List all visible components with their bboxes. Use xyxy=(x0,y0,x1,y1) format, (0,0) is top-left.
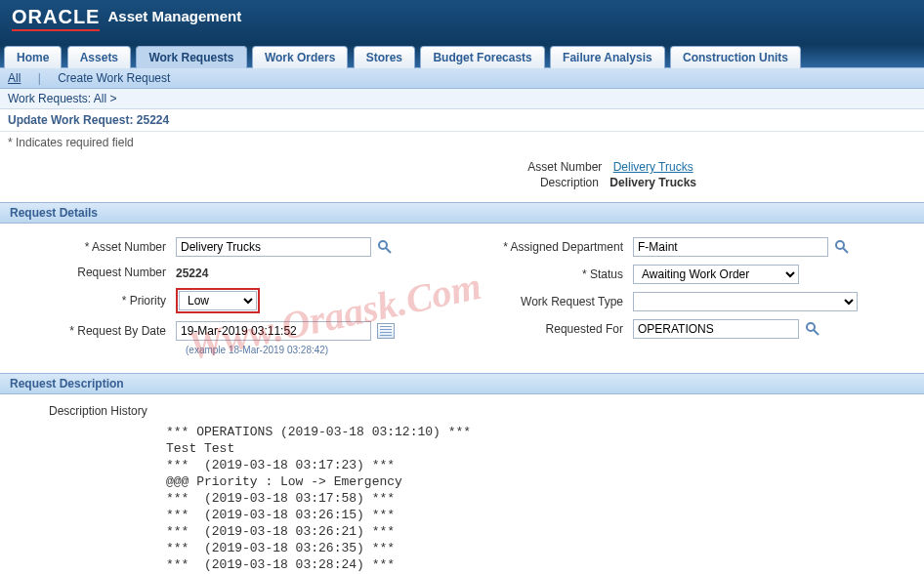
breadcrumb: Work Requests: All > xyxy=(0,89,924,109)
svg-point-0 xyxy=(379,241,387,249)
description-history-text: *** OPERATIONS (2019-03-18 03:12:10) ***… xyxy=(166,424,895,574)
requested-for-label: Requested For xyxy=(477,322,633,336)
app-title: Asset Management xyxy=(107,8,241,24)
requested-for-input[interactable] xyxy=(633,319,799,339)
request-by-date-input[interactable] xyxy=(176,321,371,341)
assigned-department-input[interactable] xyxy=(633,237,828,257)
tab-work-orders[interactable]: Work Orders xyxy=(252,46,348,68)
svg-point-4 xyxy=(807,323,815,331)
svg-point-2 xyxy=(836,241,844,249)
request-number-value: 25224 xyxy=(176,265,208,280)
subtab-separator: | xyxy=(38,71,41,85)
tab-construction-units[interactable]: Construction Units xyxy=(670,46,801,68)
priority-label: Priority xyxy=(20,294,176,308)
asset-number-input[interactable] xyxy=(176,237,371,257)
assigned-department-label: Assigned Department xyxy=(477,240,633,254)
tab-assets[interactable]: Assets xyxy=(67,46,131,68)
asset-description-value: Delivery Trucks xyxy=(609,175,696,190)
description-history-label: Description History xyxy=(49,404,895,418)
section-request-details: Request Details xyxy=(0,202,924,224)
work-request-type-label: Work Request Type xyxy=(477,295,633,308)
required-field-note: * Indicates required field xyxy=(0,132,924,153)
request-number-label: Request Number xyxy=(20,266,176,279)
asset-summary: Asset Number Delivery Trucks Description… xyxy=(0,153,924,202)
tab-work-requests[interactable]: Work Requests xyxy=(136,46,246,68)
oracle-logo: ORACLE xyxy=(12,6,100,31)
tab-budget-forecasts[interactable]: Budget Forecasts xyxy=(420,46,544,68)
subtab-all[interactable]: All xyxy=(8,71,21,85)
calendar-icon[interactable] xyxy=(377,323,395,339)
tab-home[interactable]: Home xyxy=(4,46,62,68)
date-example: (example 18-Mar-2019 03:28:42) xyxy=(186,345,447,355)
subtab-create-work-request[interactable]: Create Work Request xyxy=(58,71,170,85)
asset-number-field-label: Asset Number xyxy=(20,240,176,254)
breadcrumb-link[interactable]: Work Requests: All > xyxy=(8,92,117,105)
status-label: Status xyxy=(477,267,633,281)
search-icon[interactable] xyxy=(834,239,850,255)
asset-number-label: Asset Number xyxy=(231,159,602,175)
svg-line-5 xyxy=(814,330,819,335)
tab-failure-analysis[interactable]: Failure Analysis xyxy=(550,46,665,68)
app-header: ORACLE Asset Management xyxy=(0,0,924,45)
description-area: Description History *** OPERATIONS (2019… xyxy=(0,394,924,574)
section-request-description: Request Description xyxy=(0,373,924,394)
subtabs: All | Create Work Request xyxy=(0,68,924,89)
request-by-date-label: Request By Date xyxy=(20,324,176,338)
work-request-type-select[interactable] xyxy=(633,292,858,311)
status-select[interactable]: Awaiting Work Order xyxy=(633,265,799,284)
search-icon[interactable] xyxy=(805,321,820,337)
search-icon[interactable] xyxy=(377,239,393,255)
tab-stores[interactable]: Stores xyxy=(354,46,415,68)
svg-line-1 xyxy=(386,248,391,253)
request-details-form: Asset Number Request Number 25224 Priori… xyxy=(0,224,924,373)
page-title: Update Work Request: 25224 xyxy=(0,109,924,132)
svg-line-3 xyxy=(843,248,848,253)
asset-description-label: Description xyxy=(228,175,599,190)
priority-highlight: Low xyxy=(176,288,260,313)
main-tabs: Home Assets Work Requests Work Orders St… xyxy=(0,45,924,68)
asset-number-link[interactable]: Delivery Trucks xyxy=(613,160,693,174)
priority-select[interactable]: Low xyxy=(179,291,257,310)
